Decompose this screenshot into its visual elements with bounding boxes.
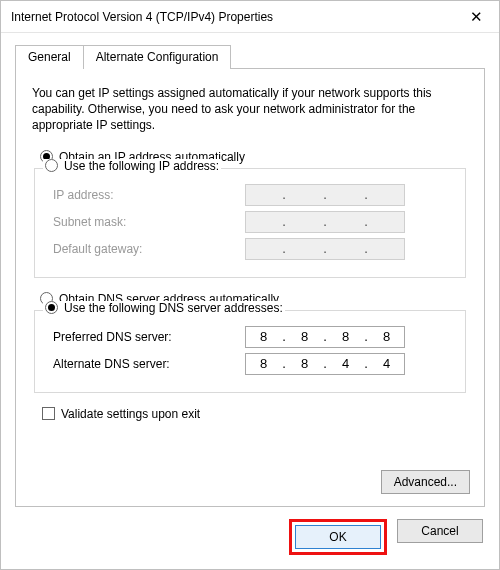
- row-default-gateway: Default gateway: . . .: [45, 238, 455, 260]
- dot-icon: .: [281, 356, 287, 371]
- dot-icon: .: [322, 187, 328, 202]
- group-ip-manual: Use the following IP address: IP address…: [34, 168, 466, 278]
- input-subnet-mask: . . .: [245, 211, 405, 233]
- ip-octet[interactable]: 4: [334, 356, 358, 371]
- label-subnet-mask: Subnet mask:: [45, 215, 245, 229]
- checkbox-validate-on-exit[interactable]: Validate settings upon exit: [42, 407, 468, 421]
- radio-icon: [45, 159, 58, 172]
- ip-octet[interactable]: 8: [293, 329, 317, 344]
- tab-panel-general: You can get IP settings assigned automat…: [15, 68, 485, 507]
- dot-icon: .: [281, 241, 287, 256]
- ok-button[interactable]: OK: [295, 525, 381, 549]
- tab-general[interactable]: General: [15, 45, 84, 69]
- dot-icon: .: [322, 329, 328, 344]
- cancel-button[interactable]: Cancel: [397, 519, 483, 543]
- group-dns-manual: Use the following DNS server addresses: …: [34, 310, 466, 393]
- ip-octet[interactable]: 8: [252, 329, 276, 344]
- ip-octet[interactable]: 8: [293, 356, 317, 371]
- checkbox-icon: [42, 407, 55, 420]
- row-alternate-dns: Alternate DNS server: 8. 8. 4. 4: [45, 353, 455, 375]
- ipv4-properties-window: Internet Protocol Version 4 (TCP/IPv4) P…: [0, 0, 500, 570]
- input-preferred-dns[interactable]: 8. 8. 8. 8: [245, 326, 405, 348]
- dot-icon: .: [322, 356, 328, 371]
- input-alternate-dns[interactable]: 8. 8. 4. 4: [245, 353, 405, 375]
- ok-highlight-box: OK: [289, 519, 387, 555]
- row-ip-address: IP address: . . .: [45, 184, 455, 206]
- dialog-buttons: OK Cancel: [15, 507, 485, 555]
- titlebar: Internet Protocol Version 4 (TCP/IPv4) P…: [1, 1, 499, 33]
- dot-icon: .: [363, 214, 369, 229]
- ip-octet[interactable]: 4: [375, 356, 399, 371]
- label-preferred-dns: Preferred DNS server:: [45, 330, 245, 344]
- label-alternate-dns: Alternate DNS server:: [45, 357, 245, 371]
- dot-icon: .: [281, 187, 287, 202]
- dot-icon: .: [363, 241, 369, 256]
- input-default-gateway: . . .: [245, 238, 405, 260]
- window-title: Internet Protocol Version 4 (TCP/IPv4) P…: [11, 10, 453, 24]
- dot-icon: .: [363, 187, 369, 202]
- row-preferred-dns: Preferred DNS server: 8. 8. 8. 8: [45, 326, 455, 348]
- ip-octet[interactable]: 8: [334, 329, 358, 344]
- client-area: General Alternate Configuration You can …: [1, 33, 499, 569]
- tab-strip: General Alternate Configuration: [15, 45, 485, 69]
- dot-icon: .: [363, 329, 369, 344]
- dot-icon: .: [363, 356, 369, 371]
- radio-use-following-ip[interactable]: Use the following IP address:: [43, 159, 221, 173]
- label-default-gateway: Default gateway:: [45, 242, 245, 256]
- radio-label: Use the following IP address:: [64, 159, 219, 173]
- radio-label: Use the following DNS server addresses:: [64, 301, 283, 315]
- ip-octet[interactable]: 8: [375, 329, 399, 344]
- radio-icon: [45, 301, 58, 314]
- dot-icon: .: [322, 214, 328, 229]
- dot-icon: .: [281, 329, 287, 344]
- label-ip-address: IP address:: [45, 188, 245, 202]
- close-icon[interactable]: ✕: [453, 1, 499, 33]
- radio-use-following-dns[interactable]: Use the following DNS server addresses:: [43, 301, 285, 315]
- intro-text: You can get IP settings assigned automat…: [32, 85, 468, 134]
- tab-alternate-configuration[interactable]: Alternate Configuration: [83, 45, 232, 69]
- input-ip-address: . . .: [245, 184, 405, 206]
- checkbox-label: Validate settings upon exit: [61, 407, 200, 421]
- dot-icon: .: [322, 241, 328, 256]
- ip-octet[interactable]: 8: [252, 356, 276, 371]
- advanced-button[interactable]: Advanced...: [381, 470, 470, 494]
- dot-icon: .: [281, 214, 287, 229]
- row-subnet-mask: Subnet mask: . . .: [45, 211, 455, 233]
